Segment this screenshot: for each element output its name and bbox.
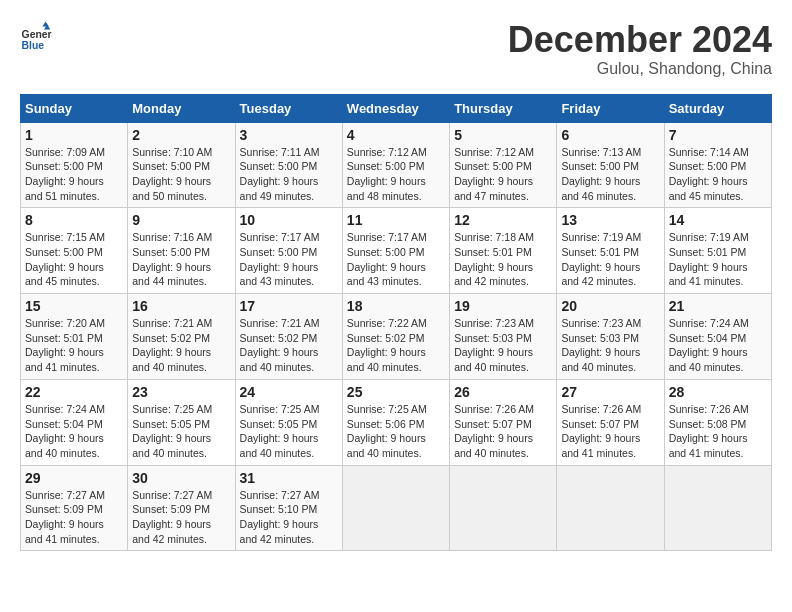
calendar-cell: 15Sunrise: 7:20 AMSunset: 5:01 PMDayligh… (21, 294, 128, 380)
day-number: 28 (669, 384, 767, 400)
day-detail: Sunrise: 7:14 AMSunset: 5:00 PMDaylight:… (669, 145, 767, 204)
day-detail: Sunrise: 7:23 AMSunset: 5:03 PMDaylight:… (454, 316, 552, 375)
calendar-cell: 16Sunrise: 7:21 AMSunset: 5:02 PMDayligh… (128, 294, 235, 380)
day-number: 15 (25, 298, 123, 314)
calendar-cell (342, 465, 449, 551)
calendar-cell: 14Sunrise: 7:19 AMSunset: 5:01 PMDayligh… (664, 208, 771, 294)
day-detail: Sunrise: 7:27 AMSunset: 5:10 PMDaylight:… (240, 488, 338, 547)
day-detail: Sunrise: 7:27 AMSunset: 5:09 PMDaylight:… (132, 488, 230, 547)
calendar-cell: 7Sunrise: 7:14 AMSunset: 5:00 PMDaylight… (664, 122, 771, 208)
day-number: 18 (347, 298, 445, 314)
calendar-cell: 25Sunrise: 7:25 AMSunset: 5:06 PMDayligh… (342, 379, 449, 465)
calendar-cell: 11Sunrise: 7:17 AMSunset: 5:00 PMDayligh… (342, 208, 449, 294)
day-detail: Sunrise: 7:09 AMSunset: 5:00 PMDaylight:… (25, 145, 123, 204)
calendar-week: 15Sunrise: 7:20 AMSunset: 5:01 PMDayligh… (21, 294, 772, 380)
day-header: Sunday (21, 94, 128, 122)
day-number: 23 (132, 384, 230, 400)
day-detail: Sunrise: 7:21 AMSunset: 5:02 PMDaylight:… (240, 316, 338, 375)
calendar-cell: 30Sunrise: 7:27 AMSunset: 5:09 PMDayligh… (128, 465, 235, 551)
day-detail: Sunrise: 7:17 AMSunset: 5:00 PMDaylight:… (240, 230, 338, 289)
day-detail: Sunrise: 7:11 AMSunset: 5:00 PMDaylight:… (240, 145, 338, 204)
title-block: December 2024 Gulou, Shandong, China (508, 20, 772, 78)
day-number: 9 (132, 212, 230, 228)
svg-marker-2 (42, 22, 48, 27)
day-detail: Sunrise: 7:19 AMSunset: 5:01 PMDaylight:… (561, 230, 659, 289)
day-number: 19 (454, 298, 552, 314)
calendar-cell: 13Sunrise: 7:19 AMSunset: 5:01 PMDayligh… (557, 208, 664, 294)
calendar-cell (664, 465, 771, 551)
calendar-header: SundayMondayTuesdayWednesdayThursdayFrid… (21, 94, 772, 122)
day-header: Tuesday (235, 94, 342, 122)
svg-text:Blue: Blue (22, 40, 45, 51)
day-number: 14 (669, 212, 767, 228)
day-number: 30 (132, 470, 230, 486)
calendar-cell: 10Sunrise: 7:17 AMSunset: 5:00 PMDayligh… (235, 208, 342, 294)
day-number: 20 (561, 298, 659, 314)
day-detail: Sunrise: 7:25 AMSunset: 5:05 PMDaylight:… (132, 402, 230, 461)
month-title: December 2024 (508, 20, 772, 60)
day-header: Friday (557, 94, 664, 122)
calendar-cell: 18Sunrise: 7:22 AMSunset: 5:02 PMDayligh… (342, 294, 449, 380)
day-number: 13 (561, 212, 659, 228)
day-number: 2 (132, 127, 230, 143)
calendar-table: SundayMondayTuesdayWednesdayThursdayFrid… (20, 94, 772, 552)
calendar-cell: 31Sunrise: 7:27 AMSunset: 5:10 PMDayligh… (235, 465, 342, 551)
day-header: Saturday (664, 94, 771, 122)
day-detail: Sunrise: 7:25 AMSunset: 5:06 PMDaylight:… (347, 402, 445, 461)
calendar-cell: 20Sunrise: 7:23 AMSunset: 5:03 PMDayligh… (557, 294, 664, 380)
day-number: 4 (347, 127, 445, 143)
page-header: General Blue December 2024 Gulou, Shando… (20, 20, 772, 78)
day-detail: Sunrise: 7:25 AMSunset: 5:05 PMDaylight:… (240, 402, 338, 461)
calendar-cell: 17Sunrise: 7:21 AMSunset: 5:02 PMDayligh… (235, 294, 342, 380)
day-number: 3 (240, 127, 338, 143)
day-detail: Sunrise: 7:19 AMSunset: 5:01 PMDaylight:… (669, 230, 767, 289)
calendar-week: 8Sunrise: 7:15 AMSunset: 5:00 PMDaylight… (21, 208, 772, 294)
day-detail: Sunrise: 7:26 AMSunset: 5:07 PMDaylight:… (561, 402, 659, 461)
calendar-cell: 29Sunrise: 7:27 AMSunset: 5:09 PMDayligh… (21, 465, 128, 551)
day-number: 29 (25, 470, 123, 486)
day-detail: Sunrise: 7:10 AMSunset: 5:00 PMDaylight:… (132, 145, 230, 204)
calendar-cell: 5Sunrise: 7:12 AMSunset: 5:00 PMDaylight… (450, 122, 557, 208)
day-number: 8 (25, 212, 123, 228)
calendar-cell: 23Sunrise: 7:25 AMSunset: 5:05 PMDayligh… (128, 379, 235, 465)
day-detail: Sunrise: 7:24 AMSunset: 5:04 PMDaylight:… (25, 402, 123, 461)
day-detail: Sunrise: 7:23 AMSunset: 5:03 PMDaylight:… (561, 316, 659, 375)
location-subtitle: Gulou, Shandong, China (508, 60, 772, 78)
day-detail: Sunrise: 7:20 AMSunset: 5:01 PMDaylight:… (25, 316, 123, 375)
calendar-week: 1Sunrise: 7:09 AMSunset: 5:00 PMDaylight… (21, 122, 772, 208)
day-detail: Sunrise: 7:12 AMSunset: 5:00 PMDaylight:… (347, 145, 445, 204)
day-number: 22 (25, 384, 123, 400)
day-detail: Sunrise: 7:26 AMSunset: 5:07 PMDaylight:… (454, 402, 552, 461)
day-number: 24 (240, 384, 338, 400)
calendar-cell: 6Sunrise: 7:13 AMSunset: 5:00 PMDaylight… (557, 122, 664, 208)
day-detail: Sunrise: 7:17 AMSunset: 5:00 PMDaylight:… (347, 230, 445, 289)
day-number: 11 (347, 212, 445, 228)
day-detail: Sunrise: 7:15 AMSunset: 5:00 PMDaylight:… (25, 230, 123, 289)
day-detail: Sunrise: 7:21 AMSunset: 5:02 PMDaylight:… (132, 316, 230, 375)
day-detail: Sunrise: 7:27 AMSunset: 5:09 PMDaylight:… (25, 488, 123, 547)
calendar-cell: 2Sunrise: 7:10 AMSunset: 5:00 PMDaylight… (128, 122, 235, 208)
calendar-cell (450, 465, 557, 551)
calendar-cell: 22Sunrise: 7:24 AMSunset: 5:04 PMDayligh… (21, 379, 128, 465)
day-number: 26 (454, 384, 552, 400)
day-detail: Sunrise: 7:12 AMSunset: 5:00 PMDaylight:… (454, 145, 552, 204)
calendar-cell: 28Sunrise: 7:26 AMSunset: 5:08 PMDayligh… (664, 379, 771, 465)
day-detail: Sunrise: 7:24 AMSunset: 5:04 PMDaylight:… (669, 316, 767, 375)
day-number: 1 (25, 127, 123, 143)
day-number: 16 (132, 298, 230, 314)
calendar-cell: 9Sunrise: 7:16 AMSunset: 5:00 PMDaylight… (128, 208, 235, 294)
calendar-cell: 21Sunrise: 7:24 AMSunset: 5:04 PMDayligh… (664, 294, 771, 380)
calendar-cell: 1Sunrise: 7:09 AMSunset: 5:00 PMDaylight… (21, 122, 128, 208)
calendar-cell: 3Sunrise: 7:11 AMSunset: 5:00 PMDaylight… (235, 122, 342, 208)
day-number: 7 (669, 127, 767, 143)
day-detail: Sunrise: 7:13 AMSunset: 5:00 PMDaylight:… (561, 145, 659, 204)
calendar-cell (557, 465, 664, 551)
day-number: 6 (561, 127, 659, 143)
day-number: 5 (454, 127, 552, 143)
svg-text:General: General (22, 29, 52, 40)
day-header: Thursday (450, 94, 557, 122)
calendar-cell: 27Sunrise: 7:26 AMSunset: 5:07 PMDayligh… (557, 379, 664, 465)
calendar-cell: 12Sunrise: 7:18 AMSunset: 5:01 PMDayligh… (450, 208, 557, 294)
calendar-cell: 24Sunrise: 7:25 AMSunset: 5:05 PMDayligh… (235, 379, 342, 465)
day-number: 10 (240, 212, 338, 228)
